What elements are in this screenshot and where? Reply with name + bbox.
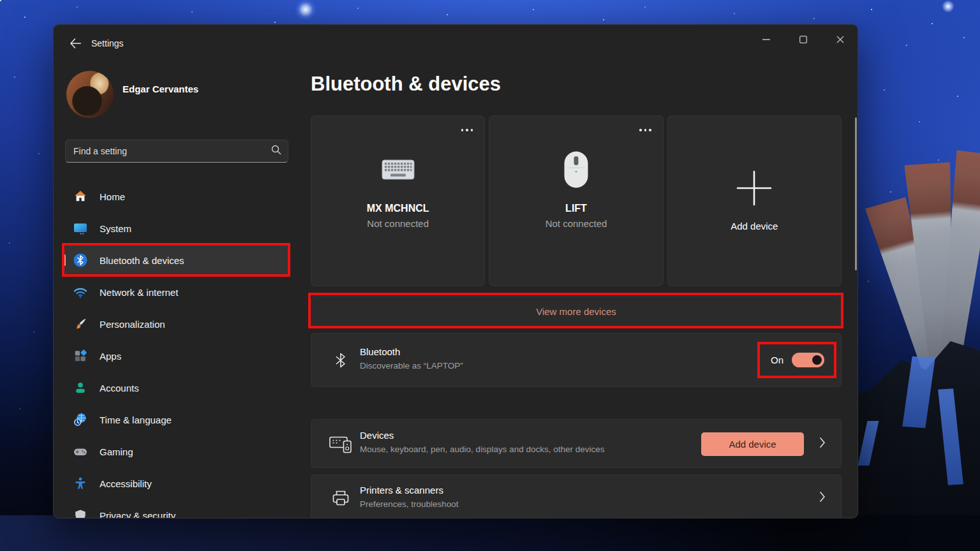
sidebar-item-label: Time & language (100, 415, 172, 425)
bright-star (295, 0, 316, 20)
maximize-button[interactable] (789, 31, 818, 49)
more-options-icon[interactable] (461, 129, 473, 131)
window-title: Settings (91, 38, 124, 48)
bluetooth-icon (72, 252, 89, 268)
accessibility-person-icon (72, 475, 89, 492)
sidebar-item-personalization[interactable]: Personalization (64, 309, 290, 339)
printer-icon (329, 489, 352, 508)
search-input[interactable] (73, 146, 271, 156)
minimize-button[interactable] (752, 31, 781, 49)
sidebar-item-gaming[interactable]: Gaming (64, 437, 290, 466)
plus-icon (735, 168, 773, 208)
close-icon (836, 34, 844, 46)
add-device-button-label: Add device (729, 439, 776, 450)
page-title: Bluetooth & devices (311, 72, 501, 96)
sidebar-item-accessibility[interactable]: Accessibility (64, 469, 290, 498)
person-icon (72, 379, 89, 396)
search-icon (271, 145, 281, 158)
settings-window: Settings Edgar Cervantes Home System (53, 24, 858, 518)
sidebar-item-privacy-security[interactable]: Privacy & security (64, 501, 290, 518)
device-cards: MX MCHNCL Not connected LIFT Not connect… (311, 115, 842, 286)
toggle-state-label: On (771, 355, 783, 365)
sidebar-item-label: Personalization (100, 319, 165, 330)
minimize-icon (762, 34, 770, 46)
bluetooth-title: Bluetooth (360, 346, 400, 357)
device-card-lift[interactable]: LIFT Not connected (489, 115, 663, 286)
scrollbar[interactable] (855, 117, 857, 270)
chevron-right-icon (819, 491, 826, 505)
sidebar-item-label: Gaming (100, 446, 133, 457)
sidebar-item-label: Accounts (100, 383, 139, 393)
search-box[interactable] (65, 140, 288, 163)
view-more-label: View more devices (536, 306, 616, 317)
sidebar-item-system[interactable]: System (64, 214, 290, 243)
bluetooth-row: Bluetooth Discoverable as “LAPTOP” On (311, 333, 842, 387)
apps-icon (72, 348, 89, 364)
arrow-left-icon (70, 38, 81, 51)
device-card-mx-mchncl[interactable]: MX MCHNCL Not connected (311, 115, 485, 286)
bluetooth-toggle[interactable] (792, 353, 824, 367)
keyboard-icon (382, 156, 415, 184)
printers-scanners-row[interactable]: Printers & scanners Preferences, trouble… (311, 474, 842, 518)
sidebar-item-accounts[interactable]: Accounts (64, 373, 290, 402)
add-device-label: Add device (731, 221, 778, 231)
sidebar-item-apps[interactable]: Apps (64, 341, 290, 371)
bright-star (942, 0, 954, 13)
paintbrush-icon (72, 316, 89, 332)
user-avatar[interactable] (66, 71, 114, 118)
bluetooth-glyph-icon (329, 351, 352, 370)
printers-title: Printers & scanners (360, 485, 443, 496)
devices-title: Devices (360, 430, 394, 441)
view-more-devices-button[interactable]: View more devices (311, 296, 842, 327)
device-status: Not connected (546, 218, 607, 229)
close-button[interactable] (826, 31, 855, 49)
bluetooth-subtitle: Discoverable as “LAPTOP” (360, 361, 463, 371)
home-icon (72, 188, 89, 205)
printers-subtitle: Preferences, troubleshoot (360, 499, 459, 509)
gamepad-icon (72, 443, 89, 460)
back-button[interactable] (64, 36, 87, 53)
sidebar-item-label: Bluetooth & devices (100, 255, 184, 266)
add-device-button[interactable]: Add device (701, 432, 804, 456)
sidebar-item-label: Apps (100, 351, 121, 362)
sidebar-nav: Home System Bluetooth & devices Network … (64, 182, 290, 518)
add-device-card[interactable]: Add device (667, 115, 842, 286)
system-icon (72, 220, 89, 237)
more-options-icon[interactable] (639, 129, 651, 131)
sidebar-item-label: Privacy & security (100, 510, 175, 519)
shield-icon (72, 507, 89, 518)
sidebar-item-label: Home (100, 191, 125, 202)
device-status: Not connected (367, 218, 429, 229)
maximize-icon (799, 34, 807, 46)
wifi-icon (72, 284, 89, 300)
globe-clock-icon (72, 411, 89, 428)
sidebar-item-label: Network & internet (100, 287, 178, 298)
sidebar-item-bluetooth-devices[interactable]: Bluetooth & devices (64, 246, 290, 275)
sidebar-item-home[interactable]: Home (64, 182, 290, 211)
sidebar-item-label: Accessibility (100, 478, 152, 489)
sidebar-item-label: System (100, 223, 131, 234)
sidebar-item-network-internet[interactable]: Network & internet (64, 277, 290, 307)
device-name: MX MCHNCL (367, 203, 429, 214)
device-name: LIFT (565, 203, 587, 214)
ground-shadow (0, 515, 980, 551)
toggle-knob (812, 355, 822, 365)
sidebar-item-time-language[interactable]: Time & language (64, 405, 290, 434)
devices-subtitle: Mouse, keyboard, pen, audio, displays an… (360, 444, 604, 454)
mouse-icon (563, 151, 589, 189)
stars (0, 0, 1, 1)
devices-icon (329, 434, 352, 453)
chevron-right-icon (819, 437, 826, 451)
devices-row[interactable]: Devices Mouse, keyboard, pen, audio, dis… (311, 419, 842, 468)
user-name: Edgar Cervantes (122, 84, 198, 94)
